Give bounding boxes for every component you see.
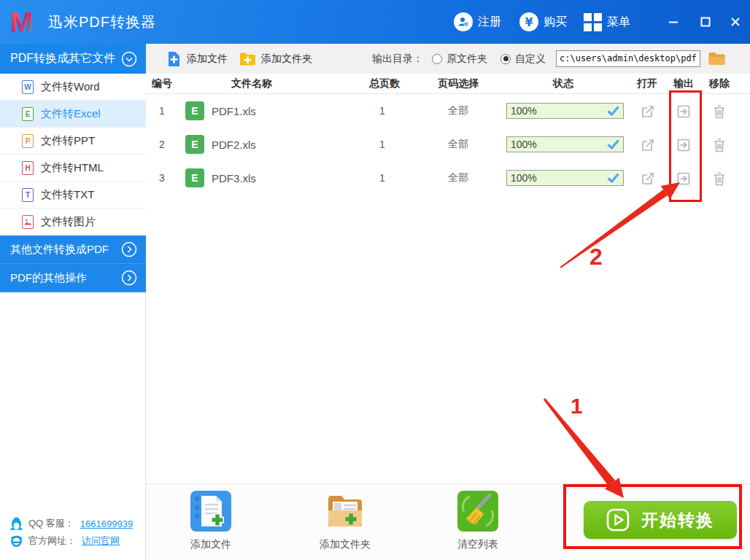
chevron-right-circle-icon (121, 241, 137, 257)
official-site-label: 官方网址： (28, 534, 76, 548)
table-row: 3 E PDF3.xls 1 全部 100% (146, 161, 750, 195)
page-count: 1 (339, 128, 426, 161)
minimize-button[interactable] (663, 12, 684, 32)
menu-button[interactable]: 菜单 (584, 12, 630, 32)
txt-file-icon: T (22, 188, 34, 202)
excel-badge-icon: E (185, 135, 204, 154)
chevron-down-circle-icon (121, 51, 137, 67)
register-label: 注册 (478, 15, 501, 30)
open-output-button[interactable] (675, 170, 692, 187)
add-folder-icon (239, 52, 256, 66)
image-file-icon (22, 215, 34, 229)
remove-file-button[interactable] (711, 103, 728, 120)
page-range[interactable]: 全部 (414, 94, 502, 128)
open-file-button[interactable] (639, 170, 657, 187)
sidebar-item-excel[interactable]: E 文件转Excel (0, 101, 146, 128)
output-arrow-icon (676, 104, 692, 120)
open-output-button[interactable] (675, 103, 692, 120)
add-folder-big-icon (324, 490, 366, 532)
excel-file-icon: E (22, 107, 34, 121)
add-folder-button[interactable]: 添加文件夹 (239, 52, 312, 66)
open-file-button[interactable] (639, 103, 657, 120)
sidebar-item-html[interactable]: H 文件转HTML (0, 155, 146, 182)
app-logo-icon: M (9, 6, 42, 38)
add-folder-label: 添加文件夹 (261, 52, 312, 66)
col-header-range: 页码选择 (414, 77, 502, 90)
menu-grid-icon (584, 13, 602, 31)
official-site-link[interactable]: 访问官网 (82, 534, 120, 548)
start-convert-button[interactable]: 开始转换 (584, 501, 737, 539)
table-row: 2 E PDF2.xls 1 全部 100% (146, 128, 750, 161)
chevron-right-circle-icon (121, 270, 137, 286)
radio-circle[interactable] (500, 54, 511, 64)
output-path-input[interactable] (556, 50, 700, 67)
page-count: 1 (339, 94, 426, 128)
folder-icon (708, 51, 726, 66)
col-header-name: 文件名称 (208, 77, 295, 90)
close-button[interactable] (725, 12, 746, 32)
add-file-big-button[interactable]: 添加文件 (182, 490, 240, 551)
progress-bar: 100% (506, 170, 624, 186)
qq-number-link[interactable]: 1661699939 (80, 518, 133, 529)
buy-button[interactable]: ¥ 购买 (519, 12, 567, 32)
file-name: PDF3.xls (212, 161, 336, 195)
add-file-label: 添加文件 (187, 52, 228, 66)
clear-list-button[interactable]: 清空列表 (449, 490, 507, 551)
radio-circle[interactable] (432, 54, 442, 64)
add-file-big-icon (190, 490, 232, 532)
app-window: M 迅米PDF转换器 注册 ¥ 购买 菜单 PDF转换成其它文件 (0, 0, 750, 560)
radio-original-folder[interactable]: 原文件夹 (432, 52, 487, 66)
sidebar-group-label: 其他文件转换成PDF (10, 243, 109, 257)
file-table: 1 E PDF1.xls 1 全部 100% (146, 94, 750, 195)
sidebar-item-image[interactable]: 文件转图片 (0, 209, 146, 236)
add-file-button[interactable]: 添加文件 (166, 51, 228, 67)
qq-icon (10, 517, 23, 531)
sidebar-item-label: 文件转HTML (41, 161, 104, 175)
radio-custom-folder[interactable]: 自定义 (500, 52, 546, 66)
add-file-icon (166, 51, 182, 67)
check-icon (607, 106, 619, 116)
trash-icon (712, 137, 727, 153)
register-button[interactable]: 注册 (454, 12, 501, 32)
browse-folder-button[interactable] (708, 51, 726, 66)
sidebar-item-label: 文件转图片 (41, 215, 96, 229)
sidebar-item-ppt[interactable]: P 文件转PPT (0, 128, 146, 155)
table-header: 编号 文件名称 总页数 页码选择 状态 打开 输出 移除 (146, 76, 750, 94)
output-arrow-icon (676, 137, 692, 153)
sidebar-item-label: 文件转Word (41, 80, 100, 94)
sidebar: PDF转换成其它文件 W 文件转Word E 文件转Excel P 文件转PPT… (0, 44, 146, 560)
sidebar-item-txt[interactable]: T 文件转TXT (0, 182, 146, 209)
progress-value: 100% (511, 139, 537, 150)
maximize-button[interactable] (695, 12, 716, 32)
external-link-icon (640, 104, 656, 120)
play-icon (606, 508, 630, 532)
progress-value: 100% (511, 105, 537, 117)
clear-list-broom-icon (457, 490, 499, 532)
sidebar-item-word[interactable]: W 文件转Word (0, 74, 146, 101)
yen-icon: ¥ (519, 12, 538, 31)
titlebar: M 迅米PDF转换器 注册 ¥ 购买 菜单 (0, 0, 750, 44)
sidebar-group-pdf-to-other[interactable]: PDF转换成其它文件 (0, 44, 146, 74)
row-index: 3 (146, 161, 178, 195)
excel-badge-icon: E (185, 168, 204, 187)
open-file-button[interactable] (639, 136, 657, 154)
add-folder-big-button[interactable]: 添加文件夹 (316, 490, 374, 551)
radio-original-label: 原文件夹 (446, 52, 487, 66)
add-folder-big-label: 添加文件夹 (316, 538, 374, 551)
sidebar-items: W 文件转Word E 文件转Excel P 文件转PPT H 文件转HTML … (0, 74, 146, 236)
sidebar-group-other-to-pdf[interactable]: 其他文件转换成PDF (0, 236, 146, 264)
page-range[interactable]: 全部 (414, 161, 502, 195)
excel-badge-icon: E (185, 101, 204, 120)
sidebar-group-pdf-other-ops[interactable]: PDF的其他操作 (0, 264, 146, 292)
sidebar-group-label: PDF转换成其它文件 (10, 51, 115, 66)
col-header-status: 状态 (519, 77, 607, 90)
remove-file-button[interactable] (711, 170, 728, 187)
sidebar-item-label: 文件转TXT (41, 188, 94, 202)
main-panel: 添加文件 添加文件夹 输出目录： 原文件夹 自定义 编号 文件名称 (146, 44, 750, 560)
remove-file-button[interactable] (711, 136, 728, 154)
row-index: 2 (146, 128, 178, 161)
app-title: 迅米PDF转换器 (48, 0, 156, 44)
page-range[interactable]: 全部 (414, 128, 502, 161)
open-output-button[interactable] (675, 136, 692, 154)
ie-browser-icon (10, 535, 23, 548)
